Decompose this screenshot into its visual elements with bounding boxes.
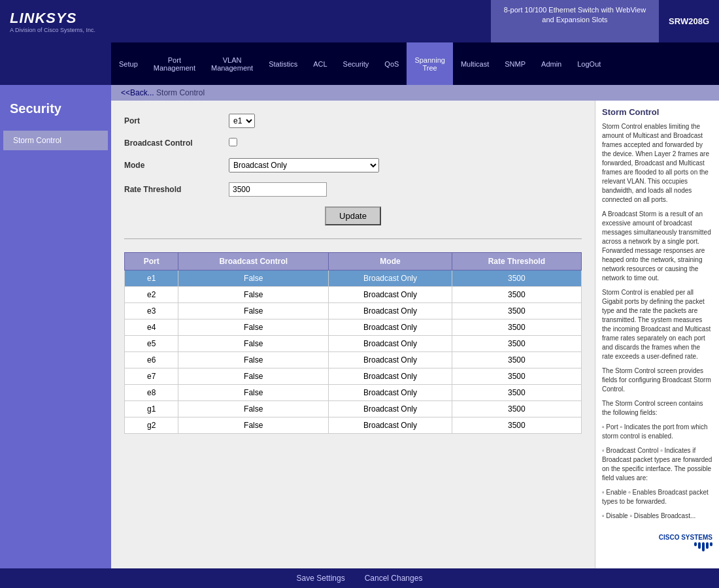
- mode-row: Mode Broadcast Only Multicast Only Unkno…: [124, 158, 582, 172]
- broadcast-control-label: Broadcast Control: [124, 139, 229, 148]
- port-select[interactable]: e1e2e3e4 e5e6e7e8 g1g2: [229, 114, 255, 128]
- header: LINKSYS A Division of Cisco Systems, Inc…: [0, 0, 719, 42]
- table-header-broadcast-control: Broadcast Control: [178, 253, 329, 270]
- table-row[interactable]: e3FalseBroadcast Only3500: [125, 303, 582, 319]
- port-row: Port e1e2e3e4 e5e6e7e8 g1g2: [124, 114, 582, 128]
- nav-setup[interactable]: Setup: [111, 42, 146, 85]
- broadcast-control-control: [229, 138, 237, 148]
- sidebar-title: Security: [0, 88, 111, 129]
- device-model: SRW208G: [659, 0, 719, 42]
- help-paragraph: The Storm Control screen contains the fo…: [602, 399, 712, 417]
- table-row[interactable]: e8FalseBroadcast Only3500: [125, 385, 582, 401]
- help-paragraph: Storm Control enables limiting the amoun…: [602, 122, 712, 204]
- table-header-row: Port Broadcast Control Mode Rate Thresho…: [125, 253, 582, 270]
- cisco-logo-text: CISCO SYSTEMS: [602, 534, 712, 541]
- rate-threshold-row: Rate Threshold: [124, 182, 582, 197]
- nav-logout[interactable]: LogOut: [569, 42, 609, 85]
- table-row[interactable]: g1FalseBroadcast Only3500: [125, 401, 582, 417]
- mode-control: Broadcast Only Multicast Only Unknown Un…: [229, 158, 379, 172]
- nav-spanning-tree[interactable]: SpanningTree: [407, 42, 453, 85]
- divider: [124, 238, 582, 239]
- update-button[interactable]: Update: [325, 206, 381, 225]
- breadcrumb-current: Storm Control: [156, 88, 205, 97]
- logo: LINKSYS A Division of Cisco Systems, Inc…: [10, 10, 95, 33]
- table-header-port: Port: [125, 253, 178, 270]
- nav-security[interactable]: Security: [335, 42, 377, 85]
- table-row[interactable]: e2FalseBroadcast Only3500: [125, 287, 582, 303]
- port-control: e1e2e3e4 e5e6e7e8 g1g2: [229, 114, 255, 128]
- main-content: <<Back... Storm Control Port e1e2e3e4 e5…: [111, 85, 719, 568]
- sidebar-item-storm-control[interactable]: Storm Control: [3, 131, 108, 150]
- broadcast-control-checkbox[interactable]: [229, 138, 237, 146]
- nav-vlan-management[interactable]: VLANManagement: [203, 42, 261, 85]
- rate-threshold-control: [229, 182, 327, 197]
- storm-control-table: Port Broadcast Control Mode Rate Thresho…: [124, 252, 582, 434]
- help-paragraph: ▫ Broadcast Control ▫ Indicates if Broad…: [602, 446, 712, 483]
- nav-snmp[interactable]: SNMP: [497, 42, 533, 85]
- nav-statistics[interactable]: Statistics: [261, 42, 305, 85]
- cisco-logo-area: CISCO SYSTEMS: [602, 534, 712, 551]
- update-button-container: Update: [124, 206, 582, 225]
- help-panel: Storm Control Storm Control enables limi…: [595, 101, 719, 568]
- form-area: Port e1e2e3e4 e5e6e7e8 g1g2 Broadcast Co…: [111, 101, 595, 568]
- rate-threshold-input[interactable]: [229, 182, 327, 197]
- footer: Save Settings Cancel Changes: [0, 568, 719, 588]
- table-body: e1FalseBroadcast Only3500e2FalseBroadcas…: [125, 270, 582, 434]
- help-paragraph: A Broadcast Storm is a result of an exce…: [602, 210, 712, 283]
- help-paragraph: ▫ Enable ▫ Enables Broadcast packet type…: [602, 488, 712, 506]
- nav-qos[interactable]: QoS: [376, 42, 407, 85]
- nav-port-management[interactable]: PortManagement: [146, 42, 203, 85]
- mode-select[interactable]: Broadcast Only Multicast Only Unknown Un…: [229, 158, 379, 172]
- logo-text: LINKSYS: [10, 10, 95, 27]
- sidebar: Security Storm Control: [0, 85, 111, 568]
- help-paragraph: ▫ Port ▫ Indicates the port from which s…: [602, 423, 712, 441]
- help-paragraph: The Storm Control screen provides fields…: [602, 367, 712, 394]
- main-nav: Setup PortManagement VLANManagement Stat…: [111, 42, 719, 85]
- logo-tagline: A Division of Cisco Systems, Inc.: [10, 27, 95, 33]
- table-row[interactable]: e7FalseBroadcast Only3500: [125, 368, 582, 385]
- nav-admin[interactable]: Admin: [533, 42, 569, 85]
- broadcast-control-row: Broadcast Control: [124, 138, 582, 148]
- mode-label: Mode: [124, 161, 229, 170]
- port-label: Port: [124, 116, 229, 125]
- help-paragraph: ▫ Disable ▫ Disables Broadcast...: [602, 512, 712, 521]
- save-settings-link[interactable]: Save Settings: [297, 574, 345, 583]
- nav-multicast[interactable]: Multicast: [453, 42, 497, 85]
- table-header-rate-threshold: Rate Threshold: [452, 253, 581, 270]
- help-paragraphs: Storm Control enables limiting the amoun…: [602, 122, 712, 521]
- cisco-logo-bars: [602, 542, 712, 551]
- cancel-changes-link[interactable]: Cancel Changes: [365, 574, 423, 583]
- table-row[interactable]: e1FalseBroadcast Only3500: [125, 270, 582, 287]
- breadcrumb: <<Back... Storm Control: [111, 85, 719, 101]
- table-row[interactable]: g2FalseBroadcast Only3500: [125, 417, 582, 434]
- rate-threshold-label: Rate Threshold: [124, 185, 229, 194]
- content-area: Port e1e2e3e4 e5e6e7e8 g1g2 Broadcast Co…: [111, 101, 719, 568]
- help-paragraph: Storm Control is enabled per all Gigabit…: [602, 288, 712, 361]
- table-row[interactable]: e5FalseBroadcast Only3500: [125, 336, 582, 352]
- table-header-mode: Mode: [329, 253, 452, 270]
- table-row[interactable]: e6FalseBroadcast Only3500: [125, 352, 582, 368]
- device-info: 8-port 10/100 Ethernet Switch with WebVi…: [491, 0, 659, 42]
- breadcrumb-back[interactable]: <<Back...: [121, 88, 154, 97]
- help-title: Storm Control: [602, 107, 712, 117]
- nav-acl[interactable]: ACL: [305, 42, 335, 85]
- table-row[interactable]: e4FalseBroadcast Only3500: [125, 319, 582, 336]
